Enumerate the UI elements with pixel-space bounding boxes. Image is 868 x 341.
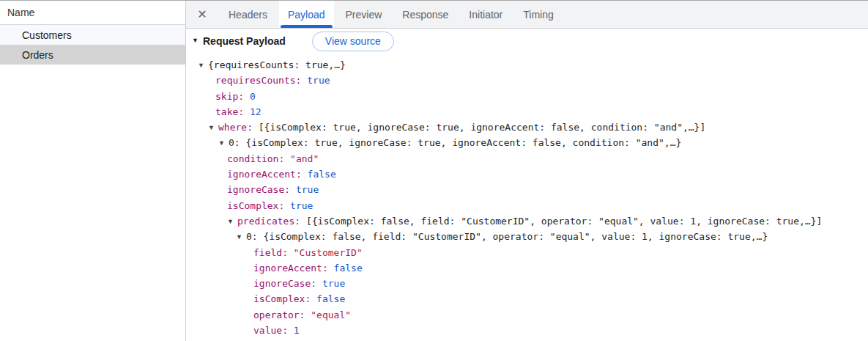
payload-tree-leaf: isComplex: true <box>186 198 868 213</box>
token-key: skip: <box>215 91 250 102</box>
expander-arrow-icon[interactable]: ▼ <box>208 120 218 136</box>
token-str: "CustomerID" <box>294 247 363 258</box>
tab-headers[interactable]: Headers <box>220 1 276 28</box>
token-bool: false <box>334 263 363 274</box>
token-key: operator: <box>253 309 311 320</box>
request-list-name-column-header[interactable]: Name <box>0 1 185 25</box>
token-str: "and" <box>290 153 319 164</box>
token-key: field: <box>253 247 294 258</box>
payload-tree-leaf: requiresCounts: true <box>186 73 868 88</box>
token-key: isComplex: <box>253 293 316 304</box>
payload-tree-leaf: condition: "and" <box>186 151 868 166</box>
token-plain: {requiresCounts: true,…} <box>208 59 346 70</box>
payload-tree-leaf: ignoreAccent: false <box>186 166 868 182</box>
token-bool: true <box>296 184 319 195</box>
request-payload-section-header: ▼ Request Payload View source <box>186 29 868 54</box>
tab-response[interactable]: Response <box>393 1 457 28</box>
token-num: 1 <box>294 325 300 336</box>
token-plain: 0: {isComplex: false, field: "CustomerID… <box>246 231 768 242</box>
payload-tree-leaf: ignoreAccent: false <box>186 260 868 276</box>
payload-tree-node[interactable]: ▼0: {isComplex: true, ignoreCase: true, … <box>186 135 868 150</box>
token-key: where: <box>218 122 259 133</box>
payload-tree-leaf: value: 1 <box>186 323 868 338</box>
payload-tree-leaf: ignoreCase: true <box>186 182 868 197</box>
token-key: predicates: <box>237 216 306 227</box>
token-bool: true <box>322 278 345 289</box>
token-bool: true <box>290 200 313 211</box>
token-num: 0 <box>250 91 256 102</box>
detail-tabbar: ✕ Headers Payload Preview Response Initi… <box>186 1 868 29</box>
payload-tree-leaf: field: "CustomerID" <box>186 245 868 260</box>
expander-arrow-icon[interactable]: ▼ <box>227 214 237 230</box>
token-key: condition: <box>227 153 290 164</box>
token-bool: true <box>307 75 330 86</box>
request-row-label: Orders <box>22 49 53 61</box>
request-list-sidebar: Name Customers Orders <box>0 1 186 341</box>
request-row-orders[interactable]: Orders <box>0 45 185 65</box>
payload-tree-node[interactable]: ▼where: [{isComplex: true, ignoreCase: t… <box>186 120 868 135</box>
expander-arrow-icon[interactable]: ▼ <box>236 230 246 245</box>
tab-payload[interactable]: Payload <box>279 1 334 28</box>
payload-tree-node[interactable]: ▼predicates: [{isComplex: false, field: … <box>186 213 868 229</box>
request-detail-panel: ✕ Headers Payload Preview Response Initi… <box>186 1 868 341</box>
tab-preview[interactable]: Preview <box>337 1 391 28</box>
request-row-customers[interactable]: Customers <box>0 25 185 45</box>
token-key: ignoreAccent: <box>227 169 308 180</box>
token-plain: [{isComplex: true, ignoreCase: true, ign… <box>259 122 705 133</box>
payload-tree: ▼{requiresCounts: true,…}requiresCounts:… <box>186 54 868 341</box>
token-key: ignoreCase: <box>227 184 296 195</box>
section-title: Request Payload <box>203 35 286 47</box>
payload-tree-leaf: operator: "equal" <box>186 307 868 323</box>
token-key: value: <box>253 325 294 336</box>
tab-initiator[interactable]: Initiator <box>460 1 511 28</box>
token-bool: false <box>308 169 336 180</box>
token-str: "equal" <box>311 309 351 320</box>
token-key: ignoreAccent: <box>253 263 334 274</box>
token-key: isComplex: <box>227 200 290 211</box>
name-column-label: Name <box>7 7 34 18</box>
expander-arrow-icon[interactable]: ▼ <box>218 136 229 151</box>
payload-tree-node[interactable]: ▼{requiresCounts: true,…} <box>186 57 868 73</box>
token-bool: false <box>316 293 345 304</box>
token-num: 12 <box>250 106 261 117</box>
expander-arrow-icon[interactable]: ▼ <box>198 58 208 73</box>
close-icon[interactable]: ✕ <box>186 1 218 28</box>
token-key: requiresCounts: <box>215 75 307 86</box>
payload-tree-leaf: skip: 0 <box>186 89 868 104</box>
payload-tree-leaf: ignoreCase: true <box>186 276 868 291</box>
request-row-label: Customers <box>22 29 72 41</box>
token-key: take: <box>215 106 250 117</box>
payload-tree-node[interactable]: ▼0: {isComplex: false, field: "CustomerI… <box>186 229 868 244</box>
section-expander-arrow-icon[interactable]: ▼ <box>192 37 203 44</box>
token-key: ignoreCase: <box>253 278 322 289</box>
view-source-button[interactable]: View source <box>312 32 394 51</box>
token-plain: 0: {isComplex: true, ignoreCase: true, i… <box>229 137 681 148</box>
network-details-panel: Name Customers Orders ✕ Headers Payload … <box>0 0 868 341</box>
tab-timing[interactable]: Timing <box>514 1 563 28</box>
payload-tree-leaf: isComplex: false <box>186 291 868 307</box>
payload-tree-leaf: take: 12 <box>186 104 868 120</box>
token-plain: [{isComplex: false, field: "CustomerID",… <box>306 216 822 227</box>
